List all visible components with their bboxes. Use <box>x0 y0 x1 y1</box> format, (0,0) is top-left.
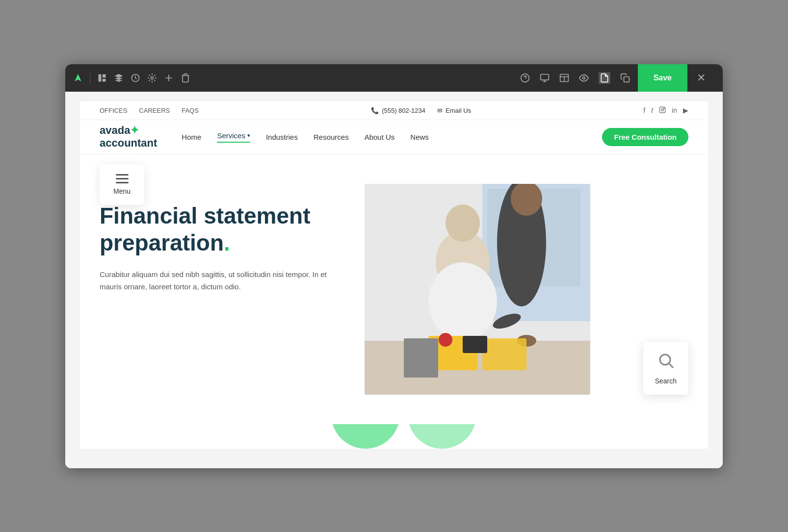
menu-widget[interactable]: Menu <box>100 164 144 205</box>
email-icon: ✉ <box>437 107 443 114</box>
email-contact: ✉ Email Us <box>437 107 471 114</box>
nav-about[interactable]: About Us <box>365 133 395 141</box>
svg-point-5 <box>151 76 154 79</box>
circle-2 <box>408 424 476 449</box>
hero-image <box>365 184 590 395</box>
menu-label: Menu <box>113 187 131 195</box>
svg-point-20 <box>664 108 664 108</box>
svg-line-39 <box>669 363 673 367</box>
svg-marker-0 <box>75 74 81 81</box>
help-icon[interactable] <box>520 73 530 83</box>
toolbar-icons <box>73 71 512 85</box>
email-link[interactable]: Email Us <box>446 107 471 114</box>
hero-section: Menu Accounting Financial statement prep… <box>80 154 708 424</box>
nav-home[interactable]: Home <box>182 133 201 141</box>
svg-rect-34 <box>463 336 487 353</box>
svg-rect-2 <box>103 74 106 77</box>
chevron-down-icon: ▾ <box>247 132 250 139</box>
copy-icon[interactable] <box>620 73 630 83</box>
svg-point-16 <box>582 76 585 79</box>
twitter-icon[interactable]: t <box>651 106 653 114</box>
bottom-circles <box>80 424 708 449</box>
hero-description: Curabitur aliquam dui sed nibh sagittis,… <box>100 268 345 293</box>
panel-icon[interactable] <box>97 73 107 83</box>
hero-title: Financial statement preparation. <box>100 203 345 256</box>
browser-frame: Save ✕ OFFICES CAREERS FAQS 📞 (555) 802-… <box>65 64 723 468</box>
phone-contact: 📞 (555) 802-1234 <box>371 107 425 114</box>
top-bar: OFFICES CAREERS FAQS 📞 (555) 802-1234 ✉ … <box>80 101 708 120</box>
svg-point-38 <box>660 355 670 365</box>
offices-link[interactable]: OFFICES <box>100 107 127 114</box>
facebook-icon[interactable]: f <box>643 106 645 114</box>
nav-links: Home Services ▾ Industries Resources Abo… <box>182 131 602 143</box>
svg-rect-17 <box>624 76 629 82</box>
hero-photo <box>365 184 590 395</box>
instagram-icon[interactable] <box>659 106 666 115</box>
top-bar-center: 📞 (555) 802-1234 ✉ Email Us <box>371 107 471 114</box>
careers-link[interactable]: CAREERS <box>139 107 170 114</box>
file-icon[interactable] <box>599 72 610 84</box>
toolbar: Save ✕ <box>65 64 723 92</box>
history-icon[interactable] <box>131 73 140 83</box>
svg-point-35 <box>439 333 452 347</box>
toolbar-right: Save ✕ <box>638 64 715 92</box>
close-button[interactable]: ✕ <box>687 64 715 92</box>
logo-text: avada✦ accountant <box>100 124 157 150</box>
linkedin-icon[interactable]: in <box>672 106 677 114</box>
search-icon <box>657 352 675 373</box>
site-inner: OFFICES CAREERS FAQS 📞 (555) 802-1234 ✉ … <box>80 101 708 449</box>
svg-rect-10 <box>540 74 549 80</box>
site-wrapper: OFFICES CAREERS FAQS 📞 (555) 802-1234 ✉ … <box>65 92 723 468</box>
faqs-link[interactable]: FAQS <box>182 107 199 114</box>
svg-rect-1 <box>99 74 102 81</box>
svg-point-27 <box>446 204 480 242</box>
layout-icon[interactable] <box>559 73 569 83</box>
svg-rect-33 <box>482 338 526 370</box>
svg-rect-3 <box>103 78 106 81</box>
monitor-icon[interactable] <box>540 73 550 83</box>
top-bar-left: OFFICES CAREERS FAQS <box>100 107 199 114</box>
settings-icon[interactable] <box>147 73 157 83</box>
logo-accountant: accountant <box>100 137 157 149</box>
layers-icon[interactable] <box>114 73 124 83</box>
svg-rect-18 <box>659 107 665 113</box>
delete-icon[interactable] <box>181 73 190 83</box>
free-consultation-button[interactable]: Free Consultation <box>602 128 688 146</box>
main-nav: avada✦ accountant Home Services ▾ Indust… <box>80 120 708 154</box>
save-button[interactable]: Save <box>638 64 687 92</box>
nav-services[interactable]: Services ▾ <box>217 131 250 143</box>
circle-1 <box>331 424 400 449</box>
eye-icon[interactable] <box>579 73 589 83</box>
logo-avada: avada✦ <box>100 124 139 136</box>
nav-industries[interactable]: Industries <box>266 133 298 141</box>
nav-news[interactable]: News <box>410 133 429 141</box>
svg-rect-36 <box>404 338 438 378</box>
search-label: Search <box>655 377 677 385</box>
phone-icon: 📞 <box>371 107 379 114</box>
svg-point-28 <box>428 262 497 341</box>
social-links: f t in ▶ <box>643 106 688 115</box>
youtube-icon[interactable]: ▶ <box>683 106 688 114</box>
hamburger-icon <box>116 174 129 183</box>
search-widget[interactable]: Search <box>643 342 688 395</box>
avada-logo-icon[interactable] <box>73 73 83 83</box>
add-icon[interactable] <box>164 73 174 83</box>
svg-point-19 <box>661 108 664 111</box>
site-logo[interactable]: avada✦ accountant <box>100 124 157 150</box>
toolbar-center <box>520 72 630 84</box>
nav-resources[interactable]: Resources <box>314 133 349 141</box>
